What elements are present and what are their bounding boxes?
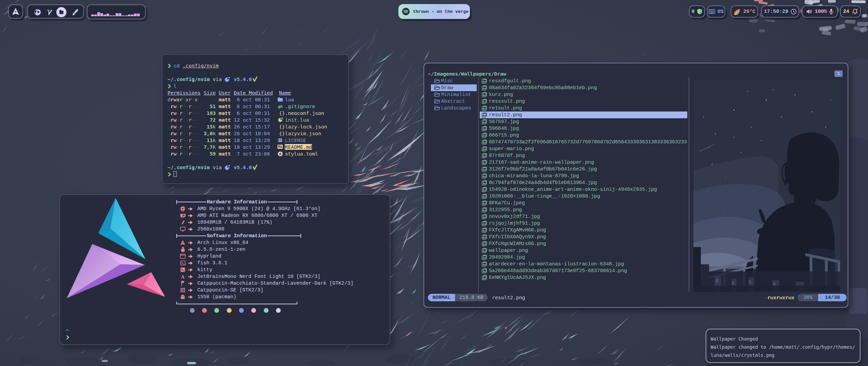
svg-text:git: git bbox=[278, 104, 283, 108]
svg-text:A: A bbox=[181, 274, 184, 279]
